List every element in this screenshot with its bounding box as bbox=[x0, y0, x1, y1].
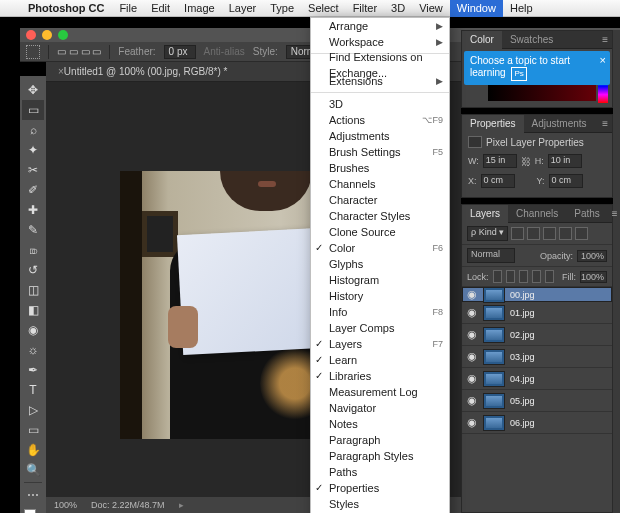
x-input[interactable]: 0 cm bbox=[481, 174, 515, 188]
blur-tool[interactable]: ◉ bbox=[22, 320, 44, 340]
quick-select-tool[interactable]: ✦ bbox=[22, 140, 44, 160]
menu-item-navigator[interactable]: Navigator bbox=[311, 400, 449, 416]
menu-item-clone-source[interactable]: Clone Source bbox=[311, 224, 449, 240]
pen-tool[interactable]: ✒ bbox=[22, 360, 44, 380]
panel-menu-icon[interactable]: ≡ bbox=[598, 34, 612, 45]
menu-item-notes[interactable]: Notes bbox=[311, 416, 449, 432]
lock-all[interactable] bbox=[545, 270, 554, 283]
status-menu[interactable]: ▸ bbox=[179, 500, 184, 510]
lock-pixels[interactable] bbox=[506, 270, 515, 283]
feather-input[interactable]: 0 px bbox=[164, 45, 196, 59]
menu-item-histogram[interactable]: Histogram bbox=[311, 272, 449, 288]
menu-type[interactable]: Type bbox=[263, 0, 301, 17]
layer-row[interactable]: ◉02.jpg bbox=[462, 324, 612, 346]
filter-type-icon[interactable] bbox=[543, 227, 556, 240]
selection-mode-icons[interactable]: ▭ ▭ ▭ ▭ bbox=[57, 46, 101, 57]
dodge-tool[interactable]: ☼ bbox=[22, 340, 44, 360]
tab-swatches[interactable]: Swatches bbox=[502, 31, 561, 49]
menu-item-info[interactable]: InfoF8 bbox=[311, 304, 449, 320]
menu-item-channels[interactable]: Channels bbox=[311, 176, 449, 192]
menu-item-layers[interactable]: ✓LayersF7 bbox=[311, 336, 449, 352]
menu-item-properties[interactable]: ✓Properties bbox=[311, 480, 449, 496]
marquee-tool[interactable]: ▭ bbox=[22, 100, 44, 120]
zoom-level[interactable]: 100% bbox=[54, 500, 77, 510]
menu-item-libraries[interactable]: ✓Libraries bbox=[311, 368, 449, 384]
menu-item-character[interactable]: Character bbox=[311, 192, 449, 208]
menu-item-extensions[interactable]: Extensions▶ bbox=[311, 73, 449, 89]
menu-item-paragraph[interactable]: Paragraph bbox=[311, 432, 449, 448]
hand-tool[interactable]: ✋ bbox=[22, 440, 44, 460]
w-input[interactable]: 15 in bbox=[483, 154, 517, 168]
crop-tool[interactable]: ✂ bbox=[22, 160, 44, 180]
close-tooltip-button[interactable]: × bbox=[600, 54, 606, 66]
layer-row[interactable]: ◉05.jpg bbox=[462, 390, 612, 412]
fill-input[interactable]: 100% bbox=[580, 271, 607, 283]
tab-properties[interactable]: Properties bbox=[462, 115, 524, 133]
marquee-tool-icon[interactable] bbox=[26, 45, 40, 59]
menu-item-history[interactable]: History bbox=[311, 288, 449, 304]
doc-size[interactable]: Doc: 2.22M/48.7M bbox=[91, 500, 165, 510]
y-input[interactable]: 0 cm bbox=[549, 174, 583, 188]
layer-row[interactable]: ◉04.jpg bbox=[462, 368, 612, 390]
filter-kind-select[interactable]: ρ Kind ▾ bbox=[467, 226, 508, 241]
visibility-toggle[interactable]: ◉ bbox=[466, 328, 478, 341]
menu-item-brushes[interactable]: Brushes bbox=[311, 160, 449, 176]
tab-channels[interactable]: Channels bbox=[508, 205, 566, 223]
shape-tool[interactable]: ▭ bbox=[22, 420, 44, 440]
menu-item-paths[interactable]: Paths bbox=[311, 464, 449, 480]
layer-thumbnail[interactable] bbox=[483, 371, 505, 387]
menu-item-adjustments[interactable]: Adjustments bbox=[311, 128, 449, 144]
visibility-toggle[interactable]: ◉ bbox=[466, 416, 478, 429]
filter-pixel-icon[interactable] bbox=[511, 227, 524, 240]
color-swatches[interactable] bbox=[24, 509, 42, 513]
document-tab[interactable]: Untitled1 @ 100% (00.jpg, RGB/8*) * bbox=[64, 66, 228, 77]
tab-paths[interactable]: Paths bbox=[566, 205, 608, 223]
menu-item-learn[interactable]: ✓Learn bbox=[311, 352, 449, 368]
layer-name[interactable]: 03.jpg bbox=[510, 352, 535, 362]
menu-edit[interactable]: Edit bbox=[144, 0, 177, 17]
gradient-tool[interactable]: ◧ bbox=[22, 300, 44, 320]
close-window-button[interactable] bbox=[26, 30, 36, 40]
layer-thumbnail[interactable] bbox=[483, 287, 505, 303]
menu-item-styles[interactable]: Styles bbox=[311, 496, 449, 512]
menu-item-find-extensions-on-exchange-[interactable]: Find Extensions on Exchange... bbox=[311, 57, 449, 73]
menu-select[interactable]: Select bbox=[301, 0, 346, 17]
layer-thumbnail[interactable] bbox=[483, 305, 505, 321]
layer-row[interactable]: ◉03.jpg bbox=[462, 346, 612, 368]
move-tool[interactable]: ✥ bbox=[22, 80, 44, 100]
stamp-tool[interactable]: ⎄ bbox=[22, 240, 44, 260]
menu-item-arrange[interactable]: Arrange▶ bbox=[311, 18, 449, 34]
eyedropper-tool[interactable]: ✐ bbox=[22, 180, 44, 200]
menu-item-glyphs[interactable]: Glyphs bbox=[311, 256, 449, 272]
menu-item-workspace[interactable]: Workspace▶ bbox=[311, 34, 449, 50]
path-select-tool[interactable]: ▷ bbox=[22, 400, 44, 420]
layer-name[interactable]: 04.jpg bbox=[510, 374, 535, 384]
lock-artboard[interactable] bbox=[532, 270, 541, 283]
tab-color[interactable]: Color bbox=[462, 31, 502, 49]
menu-item-brush-settings[interactable]: Brush SettingsF5 bbox=[311, 144, 449, 160]
menu-item-3d[interactable]: 3D bbox=[311, 96, 449, 112]
lock-position[interactable] bbox=[519, 270, 528, 283]
tab-adjustments[interactable]: Adjustments bbox=[524, 115, 595, 133]
eraser-tool[interactable]: ◫ bbox=[22, 280, 44, 300]
menu-image[interactable]: Image bbox=[177, 0, 222, 17]
minimize-window-button[interactable] bbox=[42, 30, 52, 40]
panel-menu-icon[interactable]: ≡ bbox=[608, 208, 620, 219]
foreground-color-swatch[interactable] bbox=[24, 509, 36, 513]
brush-tool[interactable]: ✎ bbox=[22, 220, 44, 240]
menu-item-layer-comps[interactable]: Layer Comps bbox=[311, 320, 449, 336]
visibility-toggle[interactable]: ◉ bbox=[466, 288, 478, 301]
layer-thumbnail[interactable] bbox=[483, 349, 505, 365]
menu-layer[interactable]: Layer bbox=[222, 0, 264, 17]
layer-thumbnail[interactable] bbox=[483, 393, 505, 409]
panel-menu-icon[interactable]: ≡ bbox=[598, 118, 612, 129]
healing-tool[interactable]: ✚ bbox=[22, 200, 44, 220]
menu-item-measurement-log[interactable]: Measurement Log bbox=[311, 384, 449, 400]
layer-row[interactable]: ◉06.jpg bbox=[462, 412, 612, 434]
layer-thumbnail[interactable] bbox=[483, 327, 505, 343]
type-tool[interactable]: T bbox=[22, 380, 44, 400]
tab-layers[interactable]: Layers bbox=[462, 205, 508, 223]
lock-transparent[interactable] bbox=[493, 270, 502, 283]
color-ramp[interactable] bbox=[488, 85, 596, 101]
layer-name[interactable]: 06.jpg bbox=[510, 418, 535, 428]
